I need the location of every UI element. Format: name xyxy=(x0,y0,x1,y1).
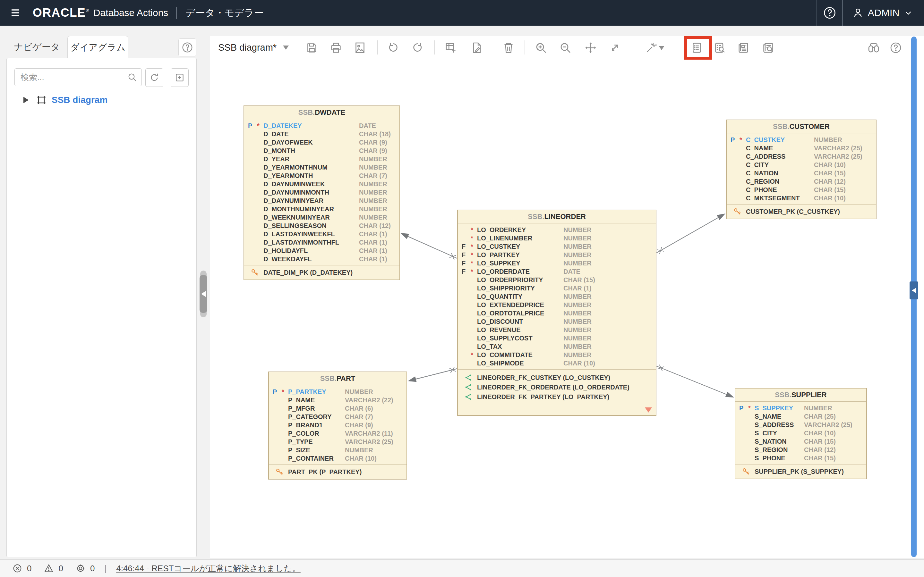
save-diagram-button[interactable] xyxy=(304,40,319,55)
diagram-table-dwdate[interactable]: SSB.DWDATEP*D_DATEKEYDATED_DATECHAR (18)… xyxy=(244,105,400,280)
table-field-row[interactable]: D_YEARNUMBER xyxy=(244,155,399,163)
table-field-row[interactable]: *LO_LINENUMBERNUMBER xyxy=(458,234,656,242)
warning-count-indicator[interactable]: 0 xyxy=(44,563,63,574)
table-field-row[interactable]: C_ADDRESSVARCHAR2 (25) xyxy=(727,152,876,161)
primary-key-row[interactable]: CUSTOMER_PK (C_CUSTKEY) xyxy=(727,205,876,219)
ddl-preview-button[interactable] xyxy=(690,40,704,55)
table-field-row[interactable]: D_DATECHAR (18) xyxy=(244,130,399,138)
table-field-row[interactable]: D_DAYNUMINMONTHNUMBER xyxy=(244,188,399,197)
table-field-row[interactable]: P*C_CUSTKEYNUMBER xyxy=(727,135,876,144)
table-field-row[interactable]: S_PHONECHAR (15) xyxy=(735,454,866,462)
table-field-row[interactable]: P_COLORVARCHAR2 (11) xyxy=(269,429,407,438)
find-objects-button[interactable] xyxy=(866,40,881,55)
table-field-row[interactable]: C_PHONECHAR (15) xyxy=(727,185,876,194)
tree-item-ssb-diagram[interactable]: SSB diagram xyxy=(7,93,186,107)
table-field-row[interactable]: D_MONTHNUMINYEARNUMBER xyxy=(244,205,399,213)
table-field-row[interactable]: LO_DISCOUNTNUMBER xyxy=(458,318,656,326)
table-field-row[interactable]: D_SELLINGSEASONCHAR (12) xyxy=(244,221,399,230)
primary-key-row[interactable]: SUPPLIER_PK (S_SUPPKEY) xyxy=(735,464,866,479)
export-image-button[interactable] xyxy=(352,40,367,55)
table-field-row[interactable]: P*D_DATEKEYDATE xyxy=(244,121,399,130)
delete-button[interactable] xyxy=(501,40,516,55)
table-field-row[interactable]: LO_SHIPPRIORITYCHAR (1) xyxy=(458,284,656,292)
table-field-row[interactable]: P_TYPEVARCHAR2 (25) xyxy=(269,438,407,446)
table-field-row[interactable]: F*LO_CUSTKEYNUMBER xyxy=(458,242,656,251)
foreign-key-row[interactable]: LINEORDER_FK_PARTKEY (LO_PARTKEY) xyxy=(458,392,656,402)
table-title[interactable]: SSB.PART xyxy=(269,372,407,385)
pan-button[interactable] xyxy=(583,40,598,55)
more-content-icon[interactable] xyxy=(645,408,652,413)
diagram-table-lineorder[interactable]: SSB.LINEORDER*LO_ORDERKEYNUMBER*LO_LINEN… xyxy=(457,210,656,416)
table-field-row[interactable]: C_NATIONCHAR (15) xyxy=(727,169,876,177)
zoom-in-button[interactable] xyxy=(533,40,548,55)
table-field-row[interactable]: D_LASTDAYINMONTHFLCHAR (1) xyxy=(244,238,399,247)
sidebar-help-button[interactable] xyxy=(178,39,196,56)
table-field-row[interactable]: LO_EXTENDEDPRICENUMBER xyxy=(458,301,656,309)
table-field-row[interactable]: P_CONTAINERCHAR (10) xyxy=(269,454,407,463)
table-field-row[interactable]: D_YEARMONTHCHAR (7) xyxy=(244,171,399,180)
table-field-row[interactable]: S_NAMECHAR (25) xyxy=(735,412,866,421)
status-message-link[interactable]: 4:46:44 - RESTコールが正常に解決されました。 xyxy=(116,563,300,574)
diagram-name-dropdown[interactable]: SSB diagram* xyxy=(218,36,289,59)
table-field-row[interactable]: P_NAMEVARCHAR2 (22) xyxy=(269,396,407,404)
tree-expander-icon[interactable] xyxy=(23,97,29,103)
table-field-row[interactable]: LO_QUANTITYNUMBER xyxy=(458,292,656,301)
table-field-row[interactable]: LO_TAXNUMBER xyxy=(458,342,656,351)
table-field-row[interactable]: *LO_COMMITDATENUMBER xyxy=(458,351,656,359)
edit-object-button[interactable] xyxy=(469,40,484,55)
diagram-help-button[interactable] xyxy=(888,40,903,55)
redo-button[interactable] xyxy=(410,40,425,55)
search-input[interactable] xyxy=(15,68,142,86)
table-field-row[interactable]: LO_REVENUENUMBER xyxy=(458,326,656,334)
right-splitter-collapse-handle[interactable] xyxy=(909,282,918,300)
table-field-row[interactable]: D_MONTHCHAR (9) xyxy=(244,147,399,155)
error-count-indicator[interactable]: 0 xyxy=(12,563,31,574)
table-field-row[interactable]: F*LO_PARTKEYNUMBER xyxy=(458,251,656,259)
table-title[interactable]: SSB.DWDATE xyxy=(244,106,399,119)
table-field-row[interactable]: C_NAMEVARCHAR2 (25) xyxy=(727,144,876,152)
table-field-row[interactable]: P_SIZENUMBER xyxy=(269,446,407,454)
table-field-row[interactable]: *LO_ORDERKEYNUMBER xyxy=(458,226,656,234)
fit-screen-button[interactable] xyxy=(607,40,622,55)
report-button[interactable] xyxy=(736,40,751,55)
zoom-out-button[interactable] xyxy=(558,40,573,55)
add-table-button[interactable] xyxy=(443,40,458,55)
table-field-row[interactable]: P_CATEGORYCHAR (7) xyxy=(269,413,407,421)
table-field-row[interactable]: LO_SUPPLYCOSTNUMBER xyxy=(458,334,656,342)
tab-diagram[interactable]: ダイアグラム xyxy=(67,36,128,58)
table-field-row[interactable]: P*P_PARTKEYNUMBER xyxy=(269,388,407,396)
table-field-row[interactable]: C_CITYCHAR (10) xyxy=(727,161,876,169)
primary-key-row[interactable]: PART_PK (P_PARTKEY) xyxy=(269,465,407,479)
hamburger-menu-icon[interactable] xyxy=(10,7,21,19)
table-field-row[interactable]: P_BRAND1CHAR (9) xyxy=(269,421,407,429)
diagram-table-supplier[interactable]: SSB.SUPPLIERP*S_SUPPKEYNUMBERS_NAMECHAR … xyxy=(735,388,867,479)
table-field-row[interactable]: S_CITYCHAR (10) xyxy=(735,429,866,437)
table-title[interactable]: SSB.LINEORDER xyxy=(458,210,656,223)
ddl-preview-search-button[interactable] xyxy=(712,40,727,55)
table-field-row[interactable]: D_LASTDAYINWEEKFLCHAR (1) xyxy=(244,230,399,238)
table-field-row[interactable]: F*LO_ORDERDATEDATE xyxy=(458,268,656,276)
report-search-button[interactable] xyxy=(761,40,775,55)
user-menu[interactable]: ADMIN xyxy=(843,0,924,26)
table-field-row[interactable]: S_NATIONCHAR (15) xyxy=(735,437,866,446)
table-field-row[interactable]: C_MKTSEGMENTCHAR (10) xyxy=(727,194,876,202)
left-splitter-collapse-handle[interactable] xyxy=(200,275,207,313)
table-field-row[interactable]: D_DAYNUMINYEARNUMBER xyxy=(244,197,399,205)
table-field-row[interactable]: C_REGIONCHAR (12) xyxy=(727,177,876,185)
table-field-row[interactable]: D_DAYOFWEEKCHAR (9) xyxy=(244,138,399,147)
diagram-table-part[interactable]: SSB.PARTP*P_PARTKEYNUMBERP_NAMEVARCHAR2 … xyxy=(268,372,407,480)
diagram-table-customer[interactable]: SSB.CUSTOMERP*C_CUSTKEYNUMBERC_NAMEVARCH… xyxy=(726,119,877,219)
help-button[interactable] xyxy=(817,0,842,26)
table-field-row[interactable]: S_ADDRESSVARCHAR2 (25) xyxy=(735,421,866,429)
foreign-key-row[interactable]: LINEORDER_FK_CUSTKEY (LO_CUSTKEY) xyxy=(458,373,656,382)
table-field-row[interactable]: P*S_SUPPKEYNUMBER xyxy=(735,404,866,412)
table-field-row[interactable]: P_MFGRCHAR (6) xyxy=(269,404,407,413)
table-title[interactable]: SSB.SUPPLIER xyxy=(735,388,866,402)
create-diagram-button[interactable] xyxy=(171,68,189,87)
table-field-row[interactable]: S_REGIONCHAR (12) xyxy=(735,446,866,454)
process-count-indicator[interactable]: 0 xyxy=(75,563,95,574)
table-field-row[interactable]: D_WEEKDAYFLCHAR (1) xyxy=(244,255,399,263)
table-field-row[interactable]: F*LO_SUPPKEYNUMBER xyxy=(458,259,656,268)
table-field-row[interactable]: LO_ORDTOTALPRICENUMBER xyxy=(458,309,656,318)
table-title[interactable]: SSB.CUSTOMER xyxy=(727,120,876,133)
